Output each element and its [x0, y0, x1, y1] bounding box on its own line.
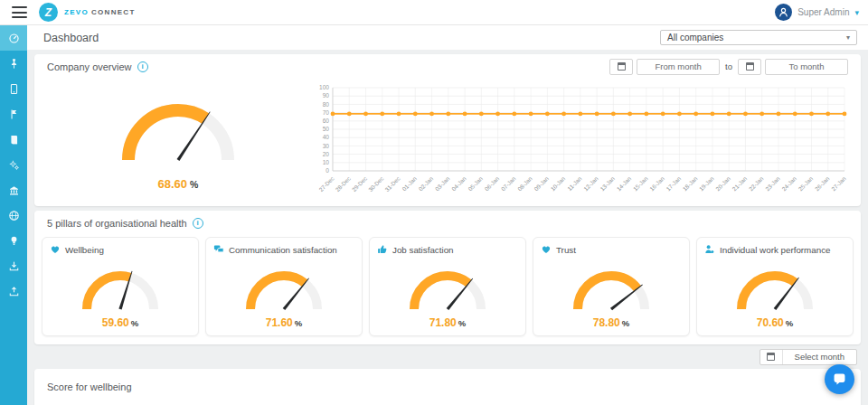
pillar-value-unit: % — [786, 318, 793, 328]
dashboard-icon — [8, 33, 20, 44]
pillars-title: 5 pillars of organisational health — [47, 218, 187, 229]
topbar: Z ZEVOCONNECT Super Admin ▾ — [0, 0, 868, 25]
pillar-card-header: Individual work performance — [704, 244, 845, 255]
info-icon[interactable]: i — [137, 61, 148, 72]
sidebar-item-bank[interactable] — [0, 177, 27, 202]
download-icon — [8, 260, 20, 272]
heart-icon — [541, 244, 552, 255]
heart-icon — [50, 244, 61, 255]
svg-text:01-Jan: 01-Jan — [401, 174, 418, 192]
pillar-value-number: 78.80 — [593, 316, 620, 329]
gauge-value-unit: % — [190, 179, 198, 190]
sidebar-item-upload[interactable] — [0, 278, 27, 304]
sidebar-item-globe[interactable] — [0, 202, 27, 228]
pillar-card-header: Job satisfaction — [377, 244, 518, 255]
pillar-label: Trust — [556, 245, 576, 255]
svg-text:100: 100 — [319, 84, 329, 90]
sidebar-item-dashboard[interactable] — [0, 25, 27, 51]
svg-text:40: 40 — [323, 134, 330, 140]
svg-text:28-Dec: 28-Dec — [334, 174, 352, 193]
pin-icon — [8, 58, 20, 70]
user-menu[interactable]: Super Admin ▾ — [775, 4, 859, 21]
person-icon — [778, 6, 789, 18]
svg-text:19-Jan: 19-Jan — [698, 174, 715, 192]
to-month-calendar-button[interactable] — [738, 59, 761, 75]
date-range-separator: to — [725, 61, 732, 71]
company-overview-gauge: 68.60% — [47, 79, 309, 202]
heart-icon — [541, 244, 552, 255]
pillar-label: Wellbeing — [65, 245, 104, 255]
sidebar-item-cogs[interactable] — [0, 152, 27, 177]
sidebar-item-pin[interactable] — [0, 51, 27, 76]
svg-text:29-Dec: 29-Dec — [351, 174, 369, 193]
svg-text:30-Dec: 30-Dec — [367, 174, 385, 193]
sidebar-item-tablet[interactable] — [0, 76, 27, 101]
pillar-value: 70.60% — [704, 314, 845, 330]
pillar-value-unit: % — [622, 318, 629, 328]
pillar-card: Wellbeing59.60% — [42, 237, 199, 336]
calendar-button-segment[interactable] — [760, 350, 783, 364]
svg-text:70: 70 — [323, 109, 330, 116]
pillar-card-header: Wellbeing — [50, 244, 191, 255]
gauge-chart — [721, 258, 829, 314]
pillar-value: 71.60% — [213, 314, 354, 330]
svg-text:02-Jan: 02-Jan — [417, 174, 434, 192]
avatar — [775, 4, 792, 21]
pillar-value: 59.60% — [50, 314, 191, 330]
company-filter-value: All companies — [667, 33, 723, 42]
person-icon — [704, 244, 715, 255]
chat-button[interactable] — [825, 364, 854, 394]
globe-icon — [8, 210, 20, 221]
svg-text:23-Jan: 23-Jan — [764, 174, 781, 192]
svg-text:16-Jan: 16-Jan — [648, 174, 665, 192]
company-overview-body: 68.60% 010203040506070809010027-Dec28-De… — [34, 79, 861, 202]
score-line-chart: 010203040506070809010027-Dec28-Dec29-Dec… — [309, 82, 852, 202]
heart-icon — [50, 244, 61, 255]
chat-bubble-icon — [832, 372, 847, 387]
svg-text:12-Jan: 12-Jan — [582, 174, 599, 192]
company-filter-select[interactable]: All companies ▾ — [660, 30, 857, 45]
calendar-icon — [746, 62, 754, 71]
svg-text:10: 10 — [323, 159, 330, 165]
pillars-header: 5 pillars of organisational health i — [34, 211, 861, 235]
pillar-label: Job satisfaction — [392, 245, 454, 255]
pillar-card: Communication satisfaction71.60% — [205, 237, 363, 336]
cogs-icon — [8, 159, 20, 171]
score-for-wellbeing-header: Score for wellbeing — [34, 369, 861, 396]
person-icon — [704, 244, 715, 255]
sidebar-item-book[interactable] — [0, 127, 27, 152]
gauge-value: 68.60% — [47, 175, 309, 192]
to-month-input[interactable]: To month — [765, 59, 848, 75]
thumbs-up-icon — [377, 244, 388, 255]
sidebar-item-download[interactable] — [0, 253, 27, 278]
svg-text:27-Dec: 27-Dec — [317, 174, 335, 193]
svg-text:05-Jan: 05-Jan — [467, 174, 484, 192]
brand-secondary: CONNECT — [91, 8, 136, 16]
sidebar-item-flag[interactable] — [0, 101, 27, 127]
gauge-chart — [557, 258, 665, 314]
chevron-down-icon: ▾ — [846, 33, 850, 42]
svg-text:26-Jan: 26-Jan — [814, 174, 831, 192]
user-name: Super Admin — [797, 7, 849, 17]
select-month-button[interactable]: Select month — [760, 349, 857, 365]
calendar-icon — [767, 353, 775, 361]
thumbs-up-icon — [377, 244, 388, 255]
from-month-calendar-button[interactable] — [609, 59, 633, 75]
from-month-input[interactable]: From month — [637, 59, 720, 75]
gauge-chart — [66, 258, 175, 314]
select-month-label: Select month — [783, 350, 856, 364]
info-icon[interactable]: i — [193, 218, 203, 229]
pillar-card-header: Communication satisfaction — [213, 244, 354, 255]
svg-text:60: 60 — [323, 118, 330, 124]
svg-text:22-Jan: 22-Jan — [748, 174, 765, 192]
pillar-value-unit: % — [458, 318, 466, 328]
date-range-controls: From month to To month — [609, 59, 848, 75]
pillars-card: 5 pillars of organisational health i Wel… — [34, 211, 861, 344]
svg-text:07-Jan: 07-Jan — [500, 174, 517, 192]
svg-text:06-Jan: 06-Jan — [484, 174, 501, 192]
svg-text:80: 80 — [323, 101, 330, 108]
pillar-value-number: 59.60 — [102, 316, 129, 329]
lightbulb-icon — [8, 235, 20, 247]
sidebar-item-lightbulb[interactable] — [0, 228, 27, 253]
menu-icon[interactable] — [12, 6, 27, 18]
